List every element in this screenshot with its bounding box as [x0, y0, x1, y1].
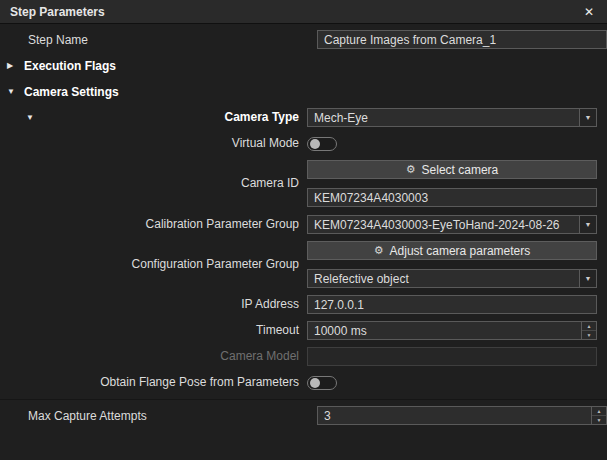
virtual-mode-label: Virtual Mode — [0, 134, 299, 153]
adjust-camera-parameters-label: Adjust camera parameters — [390, 244, 531, 258]
configuration-group-value: Relefective object — [308, 270, 579, 287]
calibration-group-label: Calibration Parameter Group — [0, 215, 299, 234]
camera-model-label: Camera Model — [0, 347, 299, 366]
calibration-group-value: KEM07234A4030003-EyeToHand-2024-08-26 — [308, 216, 579, 233]
chevron-down-icon: ▼ — [579, 109, 596, 126]
camera-type-label-text: Camera Type — [225, 110, 299, 124]
spin-up-icon[interactable]: ▲ — [592, 407, 606, 416]
camera-type-label: ▼ Camera Type — [0, 108, 299, 127]
gear-icon: ⚙ — [374, 245, 384, 256]
camera-type-value: Mech-Eye — [308, 109, 579, 126]
obtain-flange-label: Obtain Flange Pose from Parameters — [0, 373, 299, 392]
camera-model-row: Camera Model — [0, 347, 607, 366]
camera-settings-label: Camera Settings — [24, 85, 119, 99]
section-execution-flags[interactable]: ▶ Execution Flags — [0, 56, 607, 75]
panel-body: Step Name ▶ Execution Flags ▼ Camera Set… — [0, 24, 607, 460]
step-parameters-panel: Step Parameters ✕ Step Name ▶ Execution … — [0, 0, 607, 460]
configuration-group-label: Configuration Parameter Group — [0, 255, 299, 274]
camera-type-dropdown[interactable]: Mech-Eye ▼ — [307, 108, 597, 127]
camera-id-group: Camera ID ⚙ Select camera — [0, 160, 607, 207]
camera-type-row: ▼ Camera Type Mech-Eye ▼ — [0, 108, 607, 127]
gear-icon: ⚙ — [406, 164, 416, 175]
calibration-group-row: Calibration Parameter Group KEM07234A403… — [0, 215, 607, 234]
spin-down-icon[interactable]: ▼ — [582, 331, 596, 339]
configuration-group-dropdown[interactable]: Relefective object ▼ — [307, 269, 597, 288]
spin-down-icon[interactable]: ▼ — [592, 416, 606, 424]
max-capture-attempts-label: Max Capture Attempts — [0, 409, 309, 423]
virtual-mode-toggle[interactable] — [307, 137, 337, 151]
obtain-flange-row: Obtain Flange Pose from Parameters — [0, 373, 607, 392]
step-name-input[interactable] — [317, 30, 607, 49]
toggle-knob — [310, 378, 320, 388]
titlebar: Step Parameters ✕ — [0, 0, 607, 24]
step-name-label: Step Name — [0, 33, 309, 47]
step-name-row: Step Name — [0, 30, 607, 49]
max-capture-attempts-spinner: ▲ ▼ — [317, 406, 607, 425]
calibration-group-dropdown[interactable]: KEM07234A4030003-EyeToHand-2024-08-26 ▼ — [307, 215, 597, 234]
timeout-row: Timeout ▲ ▼ — [0, 321, 607, 340]
timeout-input[interactable] — [308, 322, 581, 339]
spin-up-icon[interactable]: ▲ — [582, 322, 596, 331]
camera-id-input[interactable] — [307, 188, 597, 207]
chevron-down-icon[interactable]: ▼ — [26, 108, 34, 127]
select-camera-button[interactable]: ⚙ Select camera — [307, 160, 597, 179]
ip-address-input[interactable] — [307, 295, 597, 314]
chevron-right-icon[interactable]: ▶ — [7, 61, 17, 70]
ip-address-label: IP Address — [0, 295, 299, 314]
chevron-down-icon: ▼ — [579, 270, 596, 287]
close-icon[interactable]: ✕ — [581, 5, 597, 19]
camera-id-label: Camera ID — [0, 174, 299, 193]
obtain-flange-toggle[interactable] — [307, 376, 337, 390]
max-capture-attempts-input[interactable] — [318, 407, 591, 424]
max-capture-attempts-row: Max Capture Attempts ▲ ▼ — [0, 399, 607, 425]
ip-address-row: IP Address — [0, 295, 607, 314]
adjust-camera-parameters-button[interactable]: ⚙ Adjust camera parameters — [307, 241, 597, 260]
select-camera-button-label: Select camera — [422, 163, 499, 177]
camera-model-input — [307, 347, 597, 366]
timeout-label: Timeout — [0, 321, 299, 340]
timeout-spinner: ▲ ▼ — [307, 321, 597, 340]
toggle-knob — [310, 139, 320, 149]
panel-title: Step Parameters — [10, 5, 581, 19]
configuration-group: Configuration Parameter Group ⚙ Adjust c… — [0, 241, 607, 288]
execution-flags-label: Execution Flags — [24, 59, 116, 73]
section-camera-settings[interactable]: ▼ Camera Settings — [0, 82, 607, 101]
virtual-mode-row: Virtual Mode — [0, 134, 607, 153]
chevron-down-icon[interactable]: ▼ — [7, 87, 17, 96]
chevron-down-icon: ▼ — [579, 216, 596, 233]
